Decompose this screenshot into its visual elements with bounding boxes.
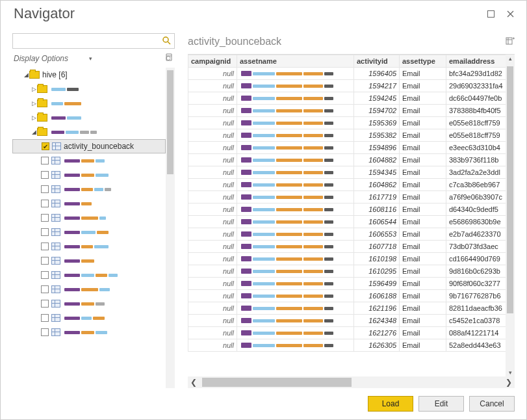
checkbox[interactable] bbox=[41, 243, 49, 250]
table-icon bbox=[51, 300, 60, 308]
restore-button[interactable] bbox=[481, 6, 500, 21]
table-row[interactable]: null1626305Email52a8edd443e63 bbox=[188, 339, 506, 352]
table-row[interactable]: null1607718Email73db073fd3aec bbox=[188, 241, 506, 253]
table-row[interactable]: null1596405Emailbfc34a293d1d82 bbox=[188, 68, 506, 80]
expander-expand-icon[interactable]: ▷ bbox=[31, 100, 37, 107]
cancel-button[interactable]: Cancel bbox=[469, 396, 515, 412]
tree-folder-expanded[interactable]: ◢ bbox=[12, 125, 166, 139]
edit-button[interactable]: Edit bbox=[418, 396, 464, 412]
cell-emailaddress: 73db073fd3aec bbox=[446, 241, 506, 253]
grid-vertical-scrollbar[interactable]: ▴ ▾ bbox=[506, 55, 515, 376]
tree-item[interactable] bbox=[12, 168, 166, 182]
tree-item[interactable] bbox=[12, 311, 166, 325]
col-emailaddress[interactable]: emailaddress bbox=[446, 55, 506, 68]
table-row[interactable]: null1595369Emaile055e818cff759 bbox=[188, 117, 506, 129]
cell-activityid: 1606544 bbox=[354, 216, 400, 228]
display-options[interactable]: Display Options ▾ bbox=[12, 49, 175, 68]
scrollbar-thumb[interactable] bbox=[507, 66, 513, 313]
checkbox[interactable] bbox=[41, 328, 49, 336]
table-row[interactable]: null1604882Email383b9736f118b bbox=[188, 154, 506, 166]
load-button[interactable]: Load bbox=[368, 396, 413, 412]
col-assettype[interactable]: assettype bbox=[400, 55, 446, 68]
checkbox[interactable] bbox=[41, 271, 49, 279]
checkbox-checked[interactable]: ✔ bbox=[42, 142, 49, 150]
table-row[interactable]: null1606544Emaile568698630b9e bbox=[188, 216, 506, 228]
tree-root[interactable]: ◢ hive [6] bbox=[12, 68, 166, 82]
tree-item[interactable] bbox=[12, 268, 166, 282]
checkbox[interactable] bbox=[41, 185, 49, 193]
table-row[interactable]: null1610198Emailcd1664490d769 bbox=[188, 253, 506, 265]
scroll-up-icon[interactable]: ▴ bbox=[506, 55, 515, 62]
table-row[interactable]: null1617719Emaila76f9e06b3907c bbox=[188, 191, 506, 203]
checkbox[interactable] bbox=[41, 257, 49, 265]
scroll-right-icon[interactable]: ❯ bbox=[503, 378, 515, 387]
checkbox[interactable] bbox=[41, 200, 49, 207]
cell-campaignid: null bbox=[188, 339, 237, 352]
tree-item-activity-bounceback[interactable]: ✔ activity_bounceback bbox=[12, 139, 166, 153]
checkbox[interactable] bbox=[41, 300, 49, 308]
tree-folder[interactable]: ▷ bbox=[12, 96, 166, 111]
expander-collapse-icon[interactable]: ◢ bbox=[31, 129, 37, 135]
tree-folder[interactable]: ▷ bbox=[12, 111, 166, 125]
cell-assetname bbox=[237, 339, 354, 352]
tree-scrollbar[interactable] bbox=[166, 68, 175, 388]
checkbox[interactable] bbox=[41, 157, 49, 164]
cell-campaignid: null bbox=[188, 129, 237, 142]
table-row[interactable]: null1594702Email378388b4fb40f5 bbox=[188, 105, 506, 117]
table-row[interactable]: null1594345Email3ad2fa2a2e3ddl bbox=[188, 166, 506, 179]
table-row[interactable]: null1594896Emaile3eec63d310b4 bbox=[188, 142, 506, 154]
tree-item[interactable] bbox=[12, 254, 166, 268]
table-row[interactable]: null1608116Emaild64340c9dedf5 bbox=[188, 203, 506, 216]
table-row[interactable]: null1621276Email088af41221714 bbox=[188, 327, 506, 339]
cell-emailaddress: c5452e1ca0378 bbox=[446, 315, 506, 327]
table-row[interactable]: null1594217Email29d69032331fa4 bbox=[188, 80, 506, 92]
checkbox[interactable] bbox=[41, 171, 49, 179]
table-row[interactable]: null1594245Emaildc66c04497fe0b bbox=[188, 92, 506, 105]
col-activityid[interactable]: activityid bbox=[354, 55, 400, 68]
scrollbar-thumb[interactable] bbox=[167, 70, 174, 174]
tree-item[interactable] bbox=[12, 225, 166, 239]
blurred-label bbox=[51, 88, 79, 91]
checkbox[interactable] bbox=[41, 214, 49, 222]
table-row[interactable]: null1604862Emailc7ca3b86eb967 bbox=[188, 179, 506, 191]
tree-item[interactable] bbox=[12, 282, 166, 296]
tree-item[interactable] bbox=[12, 211, 166, 225]
scroll-left-icon[interactable]: ❮ bbox=[188, 378, 199, 387]
checkbox[interactable] bbox=[41, 314, 49, 322]
tree-item[interactable] bbox=[12, 196, 166, 211]
table-row[interactable]: null1610295Email9d816b0c6293b bbox=[188, 265, 506, 278]
table-row[interactable]: null1596499Email90f68f060c3277 bbox=[188, 278, 506, 290]
checkbox[interactable] bbox=[41, 285, 49, 293]
cell-assetname bbox=[237, 327, 354, 339]
search-icon[interactable] bbox=[159, 36, 174, 47]
expander-expand-icon[interactable]: ▷ bbox=[31, 86, 37, 92]
refresh-icon[interactable] bbox=[164, 53, 174, 64]
select-related-tables-icon[interactable] bbox=[506, 36, 515, 47]
table-row[interactable]: null1621196Email82811daeacfb36 bbox=[188, 302, 506, 315]
tree[interactable]: ◢ hive [6] ▷ ▷ bbox=[12, 68, 166, 388]
checkbox[interactable] bbox=[41, 228, 49, 236]
table-row[interactable]: null1595382Emaile055e818cff759 bbox=[188, 129, 506, 142]
tree-item[interactable] bbox=[12, 182, 166, 196]
table-row[interactable]: null1624348Emailc5452e1ca0378 bbox=[188, 315, 506, 327]
scroll-down-icon[interactable]: ▾ bbox=[506, 369, 515, 376]
col-assetname[interactable]: assetname bbox=[237, 55, 354, 68]
tree-folder[interactable]: ▷ bbox=[12, 82, 166, 96]
folder-icon bbox=[29, 71, 40, 79]
scrollbar-thumb[interactable] bbox=[202, 378, 352, 387]
preview-grid[interactable]: campaignid assetname activityid assettyp… bbox=[188, 55, 506, 376]
tree-item[interactable] bbox=[12, 296, 166, 311]
tree-item[interactable] bbox=[12, 325, 166, 339]
col-campaignid[interactable]: campaignid bbox=[188, 55, 237, 68]
svg-point-1 bbox=[163, 37, 168, 42]
table-row[interactable]: null1606553Emaile2b7ad4623370 bbox=[188, 228, 506, 241]
close-button[interactable] bbox=[500, 6, 520, 21]
expander-expand-icon[interactable]: ▷ bbox=[31, 114, 37, 121]
search-box[interactable] bbox=[12, 33, 175, 49]
tree-item[interactable] bbox=[12, 239, 166, 254]
search-input[interactable] bbox=[13, 36, 159, 46]
tree-item[interactable] bbox=[12, 153, 166, 168]
grid-horizontal-scrollbar[interactable]: ❮ ❯ bbox=[188, 376, 515, 388]
expander-collapse-icon[interactable]: ◢ bbox=[23, 72, 29, 78]
table-row[interactable]: null1606188Email9b716776287b6 bbox=[188, 290, 506, 302]
